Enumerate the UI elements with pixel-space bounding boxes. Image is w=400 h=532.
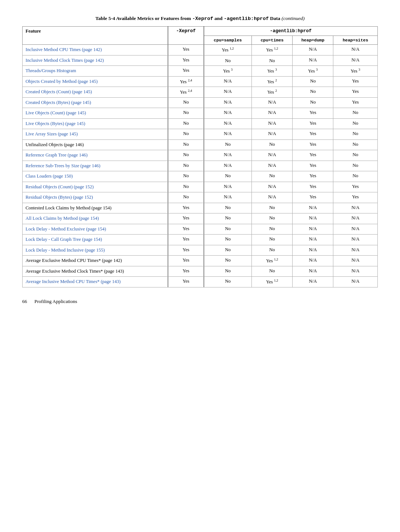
- col-agentlib-header: -agentlib:hprof: [204, 27, 377, 36]
- feature-cell: Class Loaders (page 150): [23, 171, 168, 182]
- table-row: Average Exclusive Method Clock Times* (p…: [23, 266, 378, 277]
- feature-cell: Average Inclusive Method CPU Times* (pag…: [23, 277, 168, 287]
- value-cell: No: [333, 161, 378, 171]
- feature-cell: Live Array Sizes (page 145): [23, 129, 168, 140]
- value-cell: N/A: [333, 235, 378, 245]
- page-number: 66: [22, 299, 27, 304]
- value-cell: No: [252, 203, 293, 213]
- value-cell: No: [252, 171, 293, 182]
- value-cell: No: [204, 171, 251, 182]
- feature-cell: Inclusive Method CPU Times (page 142): [23, 45, 168, 55]
- table-row: Threads/Groups HistogramYesYes 3Yes 3Yes…: [23, 66, 378, 77]
- feature-cell: Residual Objects (Count) (page 152): [23, 182, 168, 192]
- value-cell: No: [333, 171, 378, 182]
- col-cpu-times-header: cpu=times: [252, 36, 293, 45]
- value-cell: Yes: [293, 182, 333, 192]
- value-cell: No: [252, 245, 293, 256]
- feature-cell: Average Exclusive Method Clock Times* (p…: [23, 266, 168, 277]
- value-cell: N/A: [204, 182, 251, 192]
- value-cell: No: [168, 171, 204, 182]
- value-cell: N/A: [293, 256, 333, 266]
- value-cell: N/A: [293, 277, 333, 287]
- feature-cell: Lock Delay - Method Inclusive (page 155): [23, 245, 168, 256]
- table-row: Average Inclusive Method CPU Times* (pag…: [23, 277, 378, 287]
- value-cell: N/A: [293, 203, 333, 213]
- value-cell: N/A: [293, 213, 333, 224]
- value-cell: No: [252, 55, 293, 66]
- value-cell: Yes: [168, 235, 204, 245]
- value-cell: N/A: [252, 192, 293, 203]
- main-table: Feature -Xeprof -agentlib:hprof cpu=samp…: [22, 26, 378, 287]
- feature-cell: Created Objects (Bytes) (page 145): [23, 97, 168, 108]
- col-xeprof-header: -Xeprof: [168, 27, 204, 45]
- table-row: Class Loaders (page 150)NoNoNoYesNo: [23, 171, 378, 182]
- value-cell: N/A: [293, 245, 333, 256]
- value-cell: N/A: [204, 118, 251, 129]
- value-cell: Yes: [293, 118, 333, 129]
- value-cell: N/A: [293, 55, 333, 66]
- value-cell: No: [204, 139, 251, 150]
- value-cell: No: [168, 192, 204, 203]
- value-cell: Yes 3: [333, 66, 378, 77]
- page-title: Table 5-4 Available Metrics or Features …: [22, 15, 378, 23]
- value-cell: Yes: [293, 129, 333, 140]
- value-cell: N/A: [333, 266, 378, 277]
- value-cell: N/A: [333, 277, 378, 287]
- table-row: Lock Delay - Method Inclusive (page 155)…: [23, 245, 378, 256]
- value-cell: No: [252, 139, 293, 150]
- value-cell: Yes: [293, 192, 333, 203]
- value-cell: Yes: [168, 55, 204, 66]
- value-cell: No: [293, 97, 333, 108]
- value-cell: No: [293, 87, 333, 98]
- value-cell: No: [168, 118, 204, 129]
- table-row: Reference Sub-Trees by Size (page 146)No…: [23, 161, 378, 171]
- value-cell: Yes: [168, 66, 204, 77]
- value-cell: No: [168, 97, 204, 108]
- value-cell: Yes: [333, 97, 378, 108]
- value-cell: N/A: [252, 97, 293, 108]
- col-heap-sites-header: heap=sites: [333, 36, 378, 45]
- feature-cell: Created Objects (Count) (page 145): [23, 87, 168, 98]
- feature-cell: Average Exclusive Method CPU Times* (pag…: [23, 256, 168, 266]
- value-cell: No: [168, 108, 204, 119]
- value-cell: Yes 3: [293, 66, 333, 77]
- value-cell: No: [204, 224, 251, 235]
- table-row: Contested Lock Claims by Method (page 15…: [23, 203, 378, 213]
- table-row: Objects Created by Method (page 145)Yes …: [23, 76, 378, 87]
- value-cell: No: [333, 139, 378, 150]
- value-cell: Yes: [293, 150, 333, 161]
- value-cell: No: [293, 76, 333, 87]
- value-cell: N/A: [204, 87, 251, 98]
- value-cell: No: [204, 266, 251, 277]
- value-cell: N/A: [333, 55, 378, 66]
- value-cell: Yes: [168, 277, 204, 287]
- value-cell: Yes 2: [252, 76, 293, 87]
- feature-cell: Reference Sub-Trees by Size (page 146): [23, 161, 168, 171]
- table-row: Lock Delay - Method Exclusive (page 154)…: [23, 224, 378, 235]
- value-cell: N/A: [293, 224, 333, 235]
- value-cell: No: [252, 266, 293, 277]
- table-row: Reference Graph Tree (page 146)NoN/AN/AY…: [23, 150, 378, 161]
- value-cell: Yes: [168, 213, 204, 224]
- table-row: Inclusive Method Clock Times (page 142)Y…: [23, 55, 378, 66]
- table-body: Inclusive Method CPU Times (page 142)Yes…: [23, 45, 378, 287]
- value-cell: N/A: [293, 235, 333, 245]
- value-cell: No: [168, 129, 204, 140]
- value-cell: Yes: [333, 76, 378, 87]
- value-cell: N/A: [204, 161, 251, 171]
- value-cell: No: [204, 277, 251, 287]
- value-cell: Yes 1,2: [204, 45, 251, 55]
- value-cell: No: [204, 213, 251, 224]
- table-row: Live Array Sizes (page 145)NoN/AN/AYesNo: [23, 129, 378, 140]
- value-cell: Yes: [168, 224, 204, 235]
- value-cell: No: [204, 256, 251, 266]
- table-row: Created Objects (Count) (page 145)Yes 2,…: [23, 87, 378, 98]
- value-cell: No: [252, 213, 293, 224]
- table-row: Live Objects (Count) (page 145)NoN/AN/AY…: [23, 108, 378, 119]
- table-row: All Lock Claims by Method (page 154)YesN…: [23, 213, 378, 224]
- code1: -Xeprof: [192, 16, 213, 21]
- table-row: Created Objects (Bytes) (page 145)NoN/AN…: [23, 97, 378, 108]
- feature-cell: Unfinalized Objects (page 146): [23, 139, 168, 150]
- value-cell: N/A: [333, 203, 378, 213]
- code2: -agentlib:hprof: [224, 16, 269, 21]
